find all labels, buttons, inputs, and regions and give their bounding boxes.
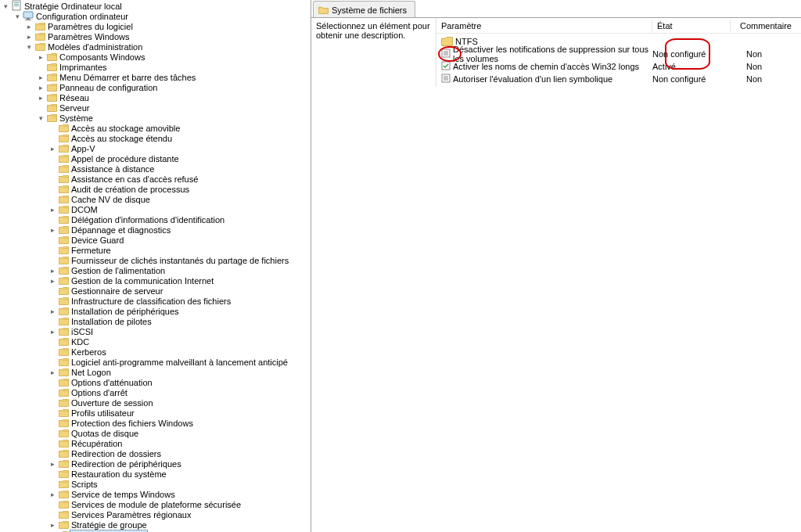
tree-item[interactable]: Device Guard <box>2 235 311 246</box>
setting-row[interactable]: Désactiver les notifications de suppress… <box>436 48 801 60</box>
tree-item[interactable]: Services de module de plateforme sécuris… <box>2 500 311 510</box>
tree-item[interactable]: Protection des fichiers Windows <box>2 419 311 429</box>
tree-item[interactable]: ▸Paramètres du logiciel <box>2 22 311 32</box>
expand-icon[interactable]: ▸ <box>37 52 45 63</box>
details-pane: Système de fichiers Sélectionnez un élém… <box>311 0 801 532</box>
tree-item[interactable]: Cache NV de disque <box>2 195 311 205</box>
expand-icon[interactable]: ▸ <box>48 225 57 235</box>
tree-item-label: Récupération <box>70 439 124 449</box>
tree-item-label: Options d'arrêt <box>70 388 129 398</box>
tree-item[interactable]: ▸Panneau de configuration <box>2 83 311 93</box>
svg-rect-4 <box>23 12 33 18</box>
tree-item[interactable]: ▸Paramètres Windows <box>2 32 311 42</box>
header-etat[interactable]: État <box>652 20 731 32</box>
tree-item[interactable]: ▸Dépannage et diagnostics <box>2 225 311 235</box>
tree-item[interactable]: Serveur <box>2 103 311 113</box>
tree-item[interactable]: ▸iSCSI <box>2 327 311 337</box>
tree-item[interactable]: ▾Modèles d'administration <box>2 42 311 52</box>
tree-item-label: Profils utilisateur <box>70 408 136 419</box>
folder-icon <box>59 439 69 450</box>
expand-icon[interactable]: ▸ <box>25 32 34 42</box>
tree-item[interactable]: ▸Réseau <box>2 93 311 103</box>
tree-item[interactable]: Audit de création de processus <box>2 185 311 195</box>
tree-item[interactable]: Assistance en cas d'accès refusé <box>2 174 311 185</box>
header-param[interactable]: Paramètre <box>436 20 652 32</box>
tree-item[interactable]: Récupération <box>2 439 311 449</box>
tree-item[interactable]: ▸Service de temps Windows <box>2 490 311 500</box>
folder-icon <box>59 174 69 185</box>
tree-item[interactable]: Quotas de disque <box>2 429 311 439</box>
tree-item[interactable]: Accès au stockage amovible <box>2 124 311 134</box>
tree-item[interactable]: ▸Composants Windows <box>2 52 311 63</box>
tree-config-computer[interactable]: ▾Configuration ordinateur <box>2 12 311 22</box>
expand-icon[interactable]: ▸ <box>48 490 57 500</box>
tab-filesystem[interactable]: Système de fichiers <box>313 1 415 17</box>
collapse-icon[interactable]: ▾ <box>13 12 22 22</box>
tree-item[interactable]: Infrastructure de classification des fic… <box>2 297 311 307</box>
tree-item[interactable]: Services Paramètres régionaux <box>2 510 311 520</box>
expand-icon[interactable]: ▸ <box>48 368 57 378</box>
tree-item[interactable]: ▾Système <box>2 113 311 124</box>
svg-rect-1 <box>14 2 19 3</box>
tree-item[interactable]: Appel de procédure distante <box>2 154 311 164</box>
expand-icon[interactable]: ▸ <box>48 327 57 337</box>
expand-icon[interactable]: ▸ <box>48 307 57 317</box>
expand-icon[interactable]: ▸ <box>37 73 45 83</box>
expand-icon[interactable]: ▸ <box>48 144 57 154</box>
tree-item[interactable]: ▸Installation de périphériques <box>2 307 311 317</box>
tree-item[interactable]: ▸DCOM <box>2 205 311 215</box>
tree-item[interactable]: Logiciel anti-programme malveillant à la… <box>2 358 311 368</box>
expand-icon[interactable]: ▸ <box>48 520 57 530</box>
tree-item[interactable]: Redirection de dossiers <box>2 449 311 459</box>
setting-row[interactable]: Autoriser l'évaluation d'un lien symboli… <box>436 73 801 85</box>
tree-item[interactable]: Profils utilisateur <box>2 408 311 419</box>
tree-item-label: Net Logon <box>70 368 113 378</box>
folder-icon <box>59 164 69 175</box>
expand-icon[interactable]: ▸ <box>48 459 57 469</box>
folder-icon <box>59 429 69 440</box>
header-comment[interactable]: Commentaire <box>731 20 801 32</box>
tree-item[interactable]: Options d'atténuation <box>2 378 311 388</box>
tree-item[interactable]: ▸Gestion de la communication Internet <box>2 276 311 286</box>
tree-item[interactable]: Options d'arrêt <box>2 388 311 398</box>
expand-icon[interactable]: ▸ <box>48 276 57 286</box>
tree-item-label: Fermeture <box>70 246 113 256</box>
tree-item[interactable]: ▸Net Logon <box>2 368 311 378</box>
expand-icon[interactable]: ▸ <box>48 266 57 276</box>
collapse-icon[interactable]: ▾ <box>37 113 45 124</box>
tree-item[interactable]: Gestionnaire de serveur <box>2 286 311 297</box>
tree-item[interactable]: KDC <box>2 337 311 347</box>
tree-item[interactable]: ▸Gestion de l'alimentation <box>2 266 311 276</box>
tree-item[interactable]: Installation de pilotes <box>2 317 311 327</box>
expand-icon[interactable]: ▸ <box>37 83 45 93</box>
folder-icon <box>47 93 57 104</box>
tree-item[interactable]: Fournisseur de clichés instantanés du pa… <box>2 256 311 266</box>
expand-icon[interactable]: ▸ <box>37 93 45 103</box>
tree-item-label: Logiciel anti-programme malveillant à la… <box>70 358 289 368</box>
tree-item[interactable]: Délégation d'informations d'identificati… <box>2 215 311 225</box>
tree-root[interactable]: ▾Stratégie Ordinateur local <box>2 2 311 12</box>
tree-item[interactable]: Fermeture <box>2 246 311 256</box>
folder-icon <box>47 63 57 74</box>
tree-item-label: Assistance en cas d'accès refusé <box>70 174 199 185</box>
tree-item[interactable]: Kerberos <box>2 347 311 358</box>
expand-icon[interactable]: ▸ <box>25 22 34 32</box>
tree-item[interactable]: Accès au stockage étendu <box>2 134 311 144</box>
tree-item-label: Dépannage et diagnostics <box>70 225 172 235</box>
collapse-icon[interactable]: ▾ <box>25 42 34 52</box>
tree-item[interactable]: ▸App-V <box>2 144 311 154</box>
folder-icon <box>59 195 69 206</box>
tree-item-label: Menu Démarrer et barre des tâches <box>58 73 197 83</box>
setting-row[interactable]: Activer les noms de chemin d'accès Win32… <box>436 60 801 73</box>
tree-item[interactable]: ▸Menu Démarrer et barre des tâches <box>2 73 311 83</box>
settings-list: Paramètre État Commentaire NTFSDésactive… <box>436 18 801 87</box>
expand-icon[interactable]: ▸ <box>48 205 57 215</box>
tree-item[interactable]: Imprimantes <box>2 63 311 73</box>
tree-item[interactable]: Ouverture de session <box>2 398 311 408</box>
collapse-icon[interactable]: ▾ <box>2 2 10 12</box>
tree-item[interactable]: Scripts <box>2 480 311 490</box>
tree-item[interactable]: ▸Redirection de périphériques <box>2 459 311 469</box>
tree-item[interactable]: ▸Stratégie de groupe <box>2 520 311 530</box>
tree-item[interactable]: Restauration du système <box>2 469 311 480</box>
tree-item[interactable]: Assistance à distance <box>2 164 311 174</box>
